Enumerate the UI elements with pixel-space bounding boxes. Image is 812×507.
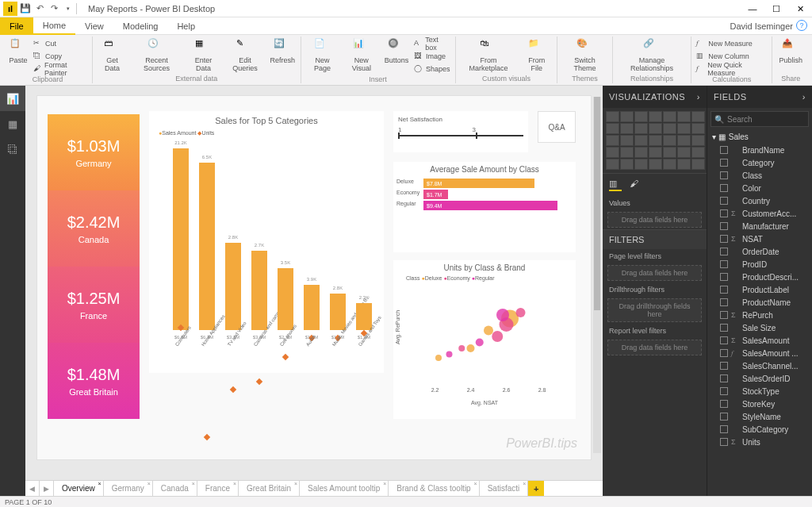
visual-qa[interactable]: Q&A <box>538 111 576 143</box>
visual-avg-chart[interactable]: Average Sale Amount by Class Deluxe$7.8M… <box>393 162 576 252</box>
viz-type-icon[interactable] <box>634 111 648 122</box>
fields-pick-icon[interactable]: ▥ <box>609 179 622 191</box>
add-page-button[interactable]: + <box>528 481 544 496</box>
field-item[interactable]: Sale Size <box>707 321 812 334</box>
minimize-button[interactable]: — <box>741 0 764 17</box>
field-item[interactable]: SalesOrderID <box>707 372 812 385</box>
field-item[interactable]: StoreKey <box>707 398 812 410</box>
field-item[interactable]: ProductDescri... <box>707 271 812 283</box>
viz-type-icon[interactable] <box>691 111 705 122</box>
tab-help[interactable]: Help <box>167 17 205 35</box>
from-marketplace-button[interactable]: 🛍From Marketplace <box>459 36 519 75</box>
viz-type-icon[interactable] <box>606 135 619 146</box>
recent-sources-button[interactable]: 🕓Recent Sources <box>130 36 183 75</box>
page-tab[interactable]: Overview× <box>54 481 104 496</box>
viz-type-icon[interactable] <box>663 111 676 122</box>
viz-type-icon[interactable] <box>634 159 648 170</box>
tab-home[interactable]: Home <box>33 17 75 35</box>
page-tab[interactable]: Sales Amount tooltip× <box>300 481 389 496</box>
page-tab[interactable]: Germany× <box>104 481 153 496</box>
canvas-scrollbar[interactable] <box>593 97 601 453</box>
qat-dropdown-icon[interactable]: ▾ <box>62 2 75 15</box>
field-item[interactable]: OrderDate <box>707 245 812 258</box>
viz-type-icon[interactable] <box>620 123 634 134</box>
viz-type-icon[interactable] <box>649 111 662 122</box>
tab-modeling[interactable]: Modeling <box>113 17 168 35</box>
field-item[interactable]: ΣCustomerAcc... <box>707 207 812 220</box>
help-icon[interactable]: ? <box>796 20 807 31</box>
field-item[interactable]: SubCategory <box>707 423 812 436</box>
maximize-button[interactable]: ☐ <box>764 0 788 17</box>
page-next[interactable]: ▶ <box>40 481 54 496</box>
report-view-icon[interactable]: 📊 <box>0 86 25 111</box>
page-tab[interactable]: France× <box>197 481 239 496</box>
undo-icon[interactable]: ↶ <box>33 2 46 15</box>
new-page-button[interactable]: 📄New Page <box>304 36 341 75</box>
report-filter-well[interactable]: Drag data fields here <box>607 340 702 355</box>
field-item[interactable]: Class <box>707 169 812 182</box>
visual-bar-chart[interactable]: Sales for Top 5 Categories ●Sales Amount… <box>149 111 384 373</box>
viz-type-icon[interactable] <box>691 123 705 134</box>
manage-relationships-button[interactable]: 🔗Manage Relationships <box>616 36 688 75</box>
viz-type-icon[interactable] <box>677 159 691 170</box>
viz-type-icon[interactable] <box>606 159 619 170</box>
tab-view[interactable]: View <box>75 17 113 35</box>
viz-type-icon[interactable] <box>677 111 691 122</box>
field-item[interactable]: ΣUnits <box>707 436 812 448</box>
image-button[interactable]: 🖼Image <box>414 50 450 62</box>
format-painter-button[interactable]: 🖌Format Painter <box>33 63 87 75</box>
save-icon[interactable]: 💾 <box>19 2 32 15</box>
viz-type-icon[interactable] <box>634 147 648 158</box>
get-data-button[interactable]: 🗃Get Data <box>96 36 128 75</box>
viz-type-icon[interactable] <box>677 123 691 134</box>
visual-scatter-chart[interactable]: Units by Class & Brand Class ●Deluxe ●Ec… <box>393 260 576 419</box>
field-item[interactable]: 𝑓SalesAmount ... <box>707 347 812 359</box>
viz-type-icon[interactable] <box>620 147 634 158</box>
field-item[interactable]: ΣSalesAmount <box>707 334 812 347</box>
model-view-icon[interactable]: ⿻ <box>0 136 25 162</box>
page-filter-well[interactable]: Drag data fields here <box>607 265 702 281</box>
format-pick-icon[interactable]: 🖌 <box>630 179 642 191</box>
page-tab[interactable]: Canada× <box>153 481 197 496</box>
viz-type-icon[interactable] <box>677 147 691 158</box>
new-quick-measure-button[interactable]: 𝑓New Quick Measure <box>696 63 767 75</box>
page-tab[interactable]: Great Britain× <box>239 481 300 496</box>
field-item[interactable]: ProductLabel <box>707 283 812 296</box>
paste-button[interactable]: 📋Paste <box>6 36 30 67</box>
switch-theme-button[interactable]: 🎨Switch Theme <box>561 36 608 75</box>
field-item[interactable]: Color <box>707 182 812 194</box>
field-item[interactable]: ΣNSAT <box>707 232 812 245</box>
viz-type-icon[interactable] <box>663 159 676 170</box>
field-item[interactable]: Country <box>707 194 812 207</box>
from-file-button[interactable]: 📁From File <box>519 36 553 75</box>
drill-filter-well[interactable]: Drag drillthrough fields here <box>607 298 702 322</box>
viz-type-icon[interactable] <box>663 123 676 134</box>
viz-type-icon[interactable] <box>663 135 676 146</box>
buttons-button[interactable]: 🔘Buttons <box>382 36 411 67</box>
tab-file[interactable]: File <box>0 17 33 35</box>
viz-type-icon[interactable] <box>606 147 619 158</box>
field-item[interactable]: Manufacturer <box>707 220 812 232</box>
visual-satisfaction-slider[interactable]: Net Satisfaction 13 <box>393 111 528 152</box>
viz-type-icon[interactable] <box>620 135 634 146</box>
text-box-button[interactable]: AText box <box>414 37 450 49</box>
field-item[interactable]: Category <box>707 156 812 169</box>
viz-type-icon[interactable] <box>691 159 705 170</box>
viz-type-icon[interactable] <box>620 159 634 170</box>
collapse-icon[interactable]: › <box>802 92 806 102</box>
field-item[interactable]: StockType <box>707 385 812 398</box>
edit-queries-button[interactable]: ✎Edit Queries <box>224 36 266 75</box>
enter-data-button[interactable]: ▦Enter Data <box>185 36 222 75</box>
kpi-card[interactable]: $1.03MGermany <box>48 114 140 190</box>
report-canvas[interactable]: $1.03MGermany$2.42MCanada$1.25MFrance$1.… <box>36 95 592 460</box>
kpi-card[interactable]: $2.42MCanada <box>48 190 140 267</box>
cut-button[interactable]: ✂Cut <box>33 37 87 49</box>
viz-type-icon[interactable] <box>677 135 691 146</box>
page-prev[interactable]: ◀ <box>25 481 40 496</box>
viz-type-icon[interactable] <box>649 159 662 170</box>
refresh-button[interactable]: 🔄Refresh <box>268 36 297 67</box>
viz-type-icon[interactable] <box>606 111 619 122</box>
viz-type-icon[interactable] <box>606 123 619 134</box>
fields-search-input[interactable]: 🔍 Search <box>710 111 809 127</box>
field-item[interactable]: SalesChannel... <box>707 359 812 372</box>
